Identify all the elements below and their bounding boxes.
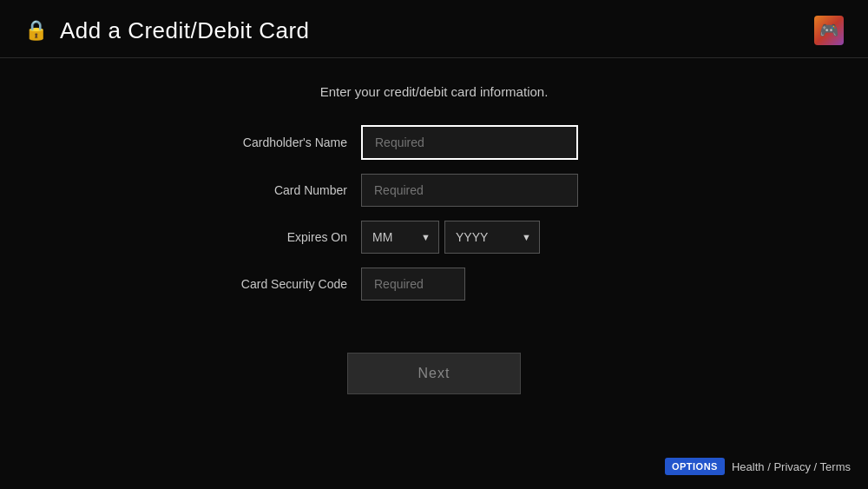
lock-icon: 🔒 [24, 19, 48, 42]
form-subtitle: Enter your credit/debit card information… [320, 84, 549, 99]
csc-label: Card Security Code [191, 277, 347, 291]
cardholder-input[interactable] [361, 125, 578, 160]
avatar-icon: 🎮 [819, 21, 838, 40]
card-number-label: Card Number [191, 183, 347, 197]
cardholder-row: Cardholder's Name [191, 125, 677, 160]
csc-input[interactable] [361, 268, 465, 301]
avatar: 🎮 [814, 16, 844, 45]
expires-row: Expires On MM 01 02 03 04 05 06 07 08 09 [191, 221, 677, 254]
card-number-input[interactable] [361, 174, 578, 207]
footer-links: Health / Privacy / Terms [732, 460, 851, 473]
month-select-wrapper: MM 01 02 03 04 05 06 07 08 09 10 11 12 [361, 221, 439, 254]
footer: OPTIONS Health / Privacy / Terms [665, 458, 851, 475]
year-select-wrapper: YYYY 2024 2025 2026 2027 2028 2029 2030 … [444, 221, 540, 254]
card-number-row: Card Number [191, 174, 677, 207]
button-container: Next [347, 353, 521, 394]
page-title: Add a Credit/Debit Card [60, 17, 310, 44]
page-header: 🔒 Add a Credit/Debit Card 🎮 [0, 0, 868, 58]
main-content: Enter your credit/debit card information… [0, 58, 868, 394]
cardholder-label: Cardholder's Name [191, 135, 347, 149]
month-select[interactable]: MM 01 02 03 04 05 06 07 08 09 10 11 12 [361, 221, 439, 254]
form-container: Cardholder's Name Card Number Expires On… [191, 125, 677, 301]
next-button[interactable]: Next [347, 353, 521, 394]
expires-inputs: MM 01 02 03 04 05 06 07 08 09 10 11 12 [361, 221, 540, 254]
year-select[interactable]: YYYY 2024 2025 2026 2027 2028 2029 2030 … [444, 221, 540, 254]
options-badge[interactable]: OPTIONS [665, 458, 725, 475]
csc-row: Card Security Code [191, 268, 677, 301]
header-left: 🔒 Add a Credit/Debit Card [24, 17, 310, 44]
expires-label: Expires On [191, 230, 347, 244]
